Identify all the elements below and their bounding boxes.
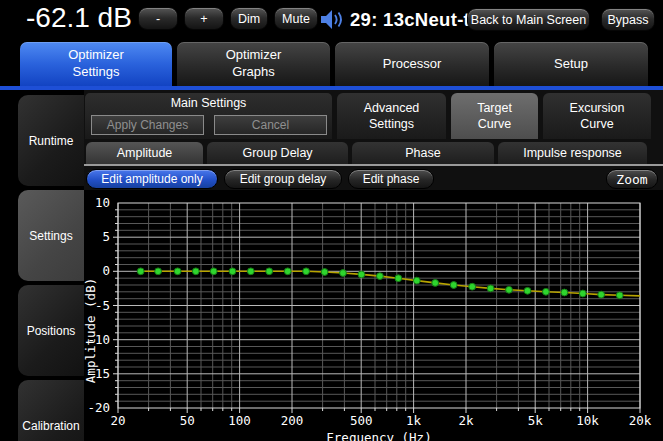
svg-text:5: 5 — [102, 229, 110, 244]
sidebar-item-label: Runtime — [29, 134, 74, 148]
svg-text:200: 200 — [281, 413, 304, 428]
tab-optimizer-graphs[interactable]: Optimizer Graphs — [177, 42, 330, 86]
edit-group-delay-button[interactable]: Edit group delay — [224, 169, 342, 189]
tab-label: Amplitude — [117, 146, 173, 160]
svg-text:100: 100 — [228, 413, 251, 428]
speaker-icon — [320, 9, 346, 30]
amplitude-frequency-plot[interactable]: 1050-5-10-15-2020501002005001k2k5k10k20k… — [84, 190, 663, 441]
tab-label: Graphs — [232, 64, 275, 81]
tab-label: Optimizer — [226, 47, 282, 64]
tab-label: Phase — [405, 146, 440, 160]
svg-text:1k: 1k — [406, 413, 422, 428]
tab-optimizer-settings[interactable]: Optimizer Settings — [20, 42, 172, 86]
svg-text:5k: 5k — [528, 413, 544, 428]
volume-down-button[interactable]: - — [138, 7, 178, 30]
tab-label: Curve — [580, 116, 613, 132]
sidebar-item-calibration[interactable]: Calibration — [18, 380, 84, 441]
sidebar-item-settings[interactable]: Settings — [18, 190, 84, 281]
tab-amplitude[interactable]: Amplitude — [86, 142, 203, 164]
tab-label: Impulse response — [523, 146, 622, 160]
tab-label: Excursion — [570, 100, 625, 116]
tab-label: Optimizer — [68, 47, 124, 64]
tab-group-delay[interactable]: Group Delay — [207, 142, 348, 164]
main-settings-title: Main Settings — [85, 96, 332, 110]
tab-row-underline — [84, 164, 663, 166]
bypass-button[interactable]: Bypass — [601, 8, 655, 31]
dim-button[interactable]: Dim — [230, 7, 268, 30]
svg-text:10k: 10k — [576, 413, 599, 428]
tab-processor[interactable]: Processor — [335, 42, 489, 86]
tab-phase[interactable]: Phase — [352, 142, 494, 164]
apply-changes-button[interactable]: Apply Changes — [91, 115, 204, 135]
tab-label: Processor — [383, 56, 442, 73]
sidebar-item-positions[interactable]: Positions — [18, 285, 84, 376]
svg-text:2k: 2k — [458, 413, 474, 428]
zoom-button[interactable]: Zoom — [606, 169, 658, 189]
sidebar-item-label: Positions — [27, 324, 76, 338]
sidebar-item-label: Calibration — [22, 419, 79, 433]
settings-content: Main Settings Apply Changes Cancel Advan… — [84, 90, 663, 441]
tab-label: Curve — [478, 116, 511, 132]
svg-text:50: 50 — [180, 413, 195, 428]
back-to-main-screen-button[interactable]: Back to Main Screen — [467, 8, 590, 31]
tab-advanced-settings[interactable]: Advanced Settings — [337, 93, 446, 139]
tab-label: Target — [477, 100, 512, 116]
tab-label: Group Delay — [242, 146, 312, 160]
svg-text:10: 10 — [95, 195, 110, 210]
tab-label: Setup — [554, 56, 588, 73]
tab-target-curve[interactable]: Target Curve — [451, 93, 538, 139]
svg-text:500: 500 — [350, 413, 373, 428]
mute-button[interactable]: Mute — [274, 7, 318, 30]
svg-text:0: 0 — [102, 263, 110, 278]
top-bar: -62.1 dB - + Dim Mute 29: 13cNeut-to Bac… — [0, 0, 663, 42]
svg-text:Frequency (Hz): Frequency (Hz) — [326, 430, 431, 441]
tab-label: Settings — [369, 116, 414, 132]
tab-impulse-response[interactable]: Impulse response — [498, 142, 647, 164]
tab-label: Settings — [73, 64, 120, 81]
target-curve-chart[interactable]: 1050-5-10-15-2020501002005001k2k5k10k20k… — [84, 190, 663, 441]
sidebar-item-runtime[interactable]: Runtime — [18, 95, 84, 186]
volume-up-button[interactable]: + — [184, 7, 224, 30]
edit-phase-button[interactable]: Edit phase — [348, 169, 434, 189]
volume-display: -62.1 dB — [26, 2, 132, 34]
sidebar-item-label: Settings — [29, 229, 72, 243]
svg-text:20k: 20k — [629, 413, 652, 428]
main-settings-panel: Main Settings Apply Changes Cancel — [85, 93, 332, 139]
tab-setup[interactable]: Setup — [494, 42, 648, 86]
cancel-button[interactable]: Cancel — [214, 115, 327, 135]
svg-text:Amplitude (dB): Amplitude (dB) — [84, 278, 98, 383]
svg-text:-20: -20 — [87, 400, 110, 415]
svg-text:20: 20 — [110, 413, 125, 428]
app-window: -62.1 dB - + Dim Mute 29: 13cNeut-to Bac… — [0, 0, 663, 441]
tab-label: Advanced — [364, 100, 420, 116]
tab-excursion-curve[interactable]: Excursion Curve — [543, 93, 651, 139]
edit-amplitude-only-button[interactable]: Edit amplitude only — [86, 169, 218, 189]
preset-name: 29: 13cNeut-to — [350, 9, 482, 31]
